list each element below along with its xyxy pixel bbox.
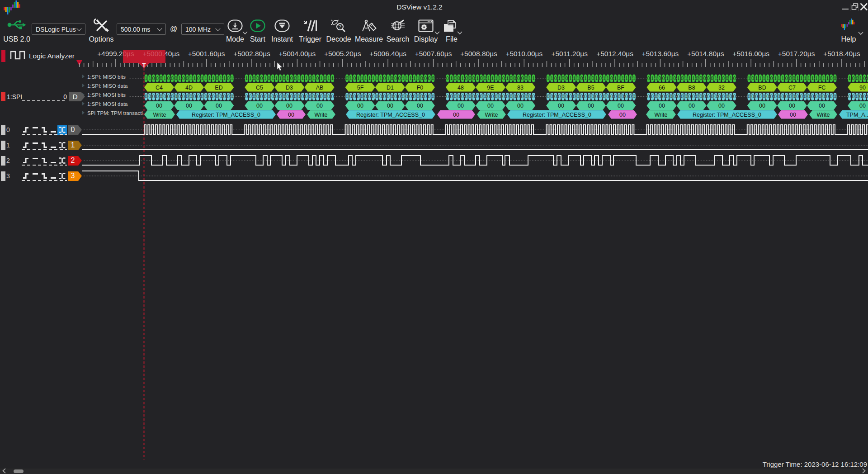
svg-text:0: 0 [327,94,330,99]
svg-text:1: 1 [271,76,274,81]
svg-text:1: 1 [632,76,635,81]
svg-text:0: 0 [856,94,859,99]
svg-text:0: 0 [629,94,632,99]
svg-text:0: 0 [580,76,583,81]
svg-text:1: 1 [406,76,408,81]
svg-text:1: 1 [819,76,821,81]
svg-text:0: 0 [647,76,650,81]
svg-text:0: 0 [796,94,799,99]
svg-text:0: 0 [469,94,472,99]
svg-text:0: 0 [863,76,866,81]
svg-text:3: 3 [71,172,75,180]
svg-text:0: 0 [859,94,862,99]
svg-text:1: 1 [763,76,765,81]
svg-text:1:SPI: 1:SPI [7,93,22,100]
svg-text:0: 0 [324,94,326,99]
svg-text:0: 0 [521,94,524,99]
svg-text:0: 0 [417,94,420,99]
svg-text:0: 0 [364,94,367,99]
svg-text:48: 48 [458,85,464,91]
svg-text:Register: TPM_ACCESS_0: Register: TPM_ACCESS_0 [192,112,260,118]
svg-text:1: 1 [651,76,654,81]
svg-text:0: 0 [398,94,401,99]
svg-text:1: 1 [179,76,181,81]
svg-text:B5: B5 [587,85,594,91]
svg-text:0: 0 [387,94,390,99]
svg-text:0: 0 [647,94,650,99]
svg-text:0: 0 [495,94,497,99]
svg-text:+5004.00µs: +5004.00µs [279,50,316,57]
svg-text:00: 00 [517,103,524,109]
svg-text:0: 0 [487,94,490,99]
svg-text:+5012.40µs: +5012.40µs [596,50,633,57]
svg-text:0: 0 [625,94,628,99]
svg-text:Write: Write [817,112,830,118]
svg-text:1: 1 [655,76,657,81]
svg-text:0: 0 [599,94,602,99]
svg-text:1: 1 [588,76,590,81]
svg-text:0: 0 [420,76,423,81]
svg-text:0: 0 [290,76,293,81]
svg-text:0: 0 [446,94,449,99]
svg-text:1: 1 [476,76,479,81]
svg-text:0: 0 [294,94,297,99]
svg-text:1: 1 [231,76,233,81]
svg-text:0: 0 [852,94,855,99]
svg-text:1: 1 [755,76,758,81]
svg-text:1: 1 [666,76,669,81]
svg-text:0: 0 [632,94,635,99]
svg-text:0: 0 [793,76,795,81]
svg-text:0: 0 [502,76,505,81]
svg-text:0: 0 [763,94,765,99]
svg-text:+5007.60µs: +5007.60µs [415,50,452,57]
svg-text:1: 1 [286,76,289,81]
svg-text:0: 0 [566,76,568,81]
svg-text:0: 0 [268,94,270,99]
svg-text:1: 1 [219,76,222,81]
svg-text:0: 0 [409,94,412,99]
svg-text:1: 1 [759,76,762,81]
svg-text:1: 1 [859,76,862,81]
svg-text:00: 00 [819,103,825,109]
svg-text:Register: TPM_ACCESS_0: Register: TPM_ACCESS_0 [523,112,591,118]
svg-text:0: 0 [432,76,434,81]
svg-text:0: 0 [755,94,758,99]
svg-text:SPI TPM: TPM transacti: SPI TPM: TPM transacti [87,110,143,116]
svg-text:0: 0 [580,94,583,99]
svg-text:0: 0 [748,94,750,99]
svg-text:1: 1 [781,76,784,81]
svg-text:0: 0 [551,94,553,99]
svg-text:AB: AB [316,85,324,91]
svg-text:0: 0 [506,94,509,99]
svg-text:1: 1 [461,76,464,81]
svg-text:+5008.80µs: +5008.80µs [460,50,497,57]
svg-text:66: 66 [659,85,665,91]
svg-text:0: 0 [227,94,230,99]
svg-text:0: 0 [271,94,274,99]
svg-text:1: 1 [387,76,390,81]
svg-text:+5014.80µs: +5014.80µs [687,50,724,57]
svg-text:0: 0 [201,94,203,99]
svg-text:1: 1 [487,76,490,81]
svg-text:B8: B8 [688,85,695,91]
svg-text:0: 0 [402,94,405,99]
svg-text:1: 1 [193,76,196,81]
svg-text:0: 0 [707,76,710,81]
svg-text:0: 0 [208,94,211,99]
svg-text:1: 1 [275,76,278,81]
svg-text:0: 0 [655,94,657,99]
svg-text:0: 0 [766,94,769,99]
svg-text:0: 0 [699,76,702,81]
svg-text:0: 0 [569,94,572,99]
svg-text:00: 00 [558,103,564,109]
svg-text:BF: BF [617,85,624,91]
svg-text:1: 1 [569,76,572,81]
svg-text:Write: Write [315,112,328,118]
svg-text:0: 0 [770,76,773,81]
svg-text:0: 0 [283,94,285,99]
svg-text:0: 0 [622,94,624,99]
svg-text:00: 00 [288,112,294,118]
svg-text:0: 0 [353,94,356,99]
svg-text:1: 1 [551,76,553,81]
svg-text:0: 0 [856,76,859,81]
